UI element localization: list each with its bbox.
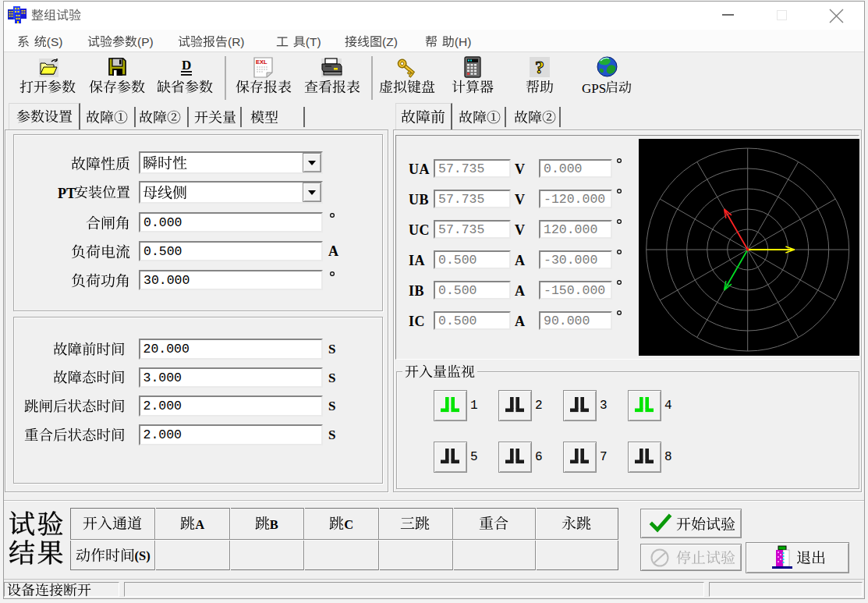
svg-text:?: ? [535,57,544,77]
svg-text:EXL: EXL [256,59,267,66]
svg-text:D: D [182,58,191,73]
